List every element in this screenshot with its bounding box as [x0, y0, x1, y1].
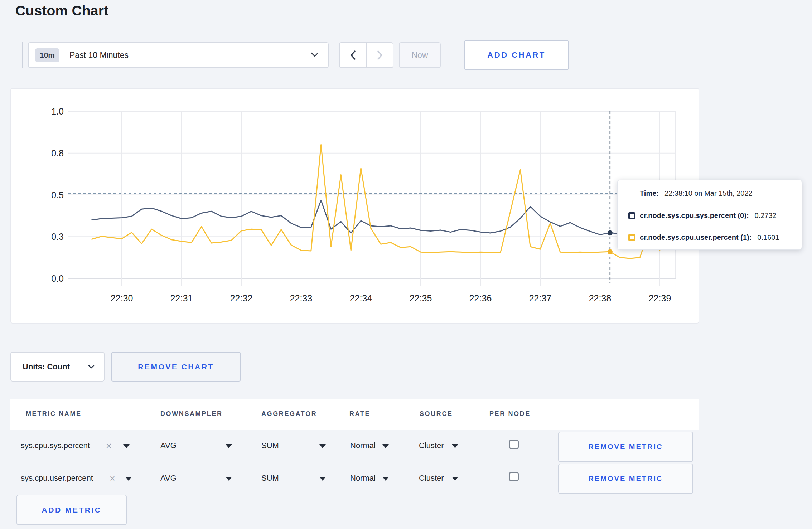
chevron-left-icon	[350, 50, 356, 60]
col-header-rate: RATE	[349, 410, 370, 418]
per-node-checkbox[interactable]	[509, 472, 519, 481]
downsampler-value[interactable]: AVG	[160, 474, 177, 483]
time-range-select[interactable]: 10m Past 10 Minutes	[28, 42, 329, 68]
now-button[interactable]: Now	[399, 42, 441, 68]
col-header-per-node: PER NODE	[489, 410, 531, 418]
chart-card[interactable]	[10, 88, 699, 324]
col-header-metric-name: METRIC NAME	[26, 410, 82, 418]
toolbar-divider	[22, 42, 23, 68]
units-select[interactable]: Units: Count	[10, 352, 105, 382]
sys-series-swatch-icon	[628, 212, 635, 219]
rate-value[interactable]: Normal	[350, 441, 376, 450]
metric-name-dropdown-icon[interactable]	[125, 477, 132, 481]
col-header-downsampler: DOWNSAMPLER	[160, 410, 223, 418]
remove-metric-x-icon[interactable]: ×	[106, 441, 112, 451]
aggregator-dropdown-icon[interactable]	[319, 477, 326, 481]
rate-dropdown-icon[interactable]	[382, 477, 389, 481]
col-header-aggregator: AGGREGATOR	[261, 410, 317, 418]
col-header-source: SOURCE	[420, 410, 453, 418]
tooltip-user-label: cr.node.sys.cpu.user.percent (1):	[640, 233, 751, 242]
source-value[interactable]: Cluster	[419, 474, 444, 483]
downsampler-dropdown-icon[interactable]	[226, 444, 232, 448]
time-range-badge: 10m	[35, 48, 59, 62]
time-range-label: Past 10 Minutes	[69, 50, 129, 60]
remove-metric-button[interactable]: REMOVE METRIC	[558, 464, 693, 494]
remove-metric-x-icon[interactable]: ×	[110, 474, 115, 484]
downsampler-value[interactable]: AVG	[160, 441, 177, 450]
tooltip-time-row: Time: 22:38:10 on Mar 15th, 2022	[640, 189, 791, 198]
remove-chart-button[interactable]: REMOVE CHART	[111, 352, 241, 382]
tooltip-series-user-row: cr.node.sys.cpu.user.percent (1): 0.1601	[628, 233, 791, 242]
prev-timeframe-button[interactable]	[339, 42, 366, 68]
chart-tooltip: Time: 22:38:10 on Mar 15th, 2022 cr.node…	[617, 180, 802, 250]
metric-name-value[interactable]: sys.cpu.sys.percent	[21, 441, 90, 450]
downsampler-dropdown-icon[interactable]	[226, 477, 232, 481]
chevron-down-icon	[88, 364, 95, 370]
rate-value[interactable]: Normal	[350, 474, 376, 483]
chevron-right-icon	[377, 50, 383, 60]
per-node-checkbox[interactable]	[509, 440, 519, 449]
user-series-swatch-icon	[628, 234, 635, 241]
tooltip-time-label: Time:	[640, 189, 659, 198]
tooltip-time-value: 22:38:10 on Mar 15th, 2022	[664, 189, 753, 198]
aggregator-dropdown-icon[interactable]	[319, 444, 326, 448]
time-pager	[339, 42, 393, 68]
source-value[interactable]: Cluster	[419, 441, 444, 450]
rate-dropdown-icon[interactable]	[382, 444, 389, 448]
aggregator-value[interactable]: SUM	[261, 441, 279, 450]
metrics-table-header: METRIC NAME DOWNSAMPLER AGGREGATOR RATE …	[10, 399, 699, 430]
chevron-down-icon	[311, 52, 319, 58]
add-chart-button[interactable]: ADD CHART	[464, 40, 569, 70]
remove-metric-button[interactable]: REMOVE METRIC	[558, 432, 693, 462]
units-label: Units: Count	[23, 362, 70, 372]
tooltip-sys-label: cr.node.sys.cpu.sys.percent (0):	[640, 212, 749, 220]
aggregator-value[interactable]: SUM	[261, 474, 279, 483]
tooltip-user-value: 0.1601	[757, 233, 779, 242]
custom-chart-page: Custom Chart 10m Past 10 Minutes Now ADD…	[0, 0, 812, 529]
page-title: Custom Chart	[15, 3, 108, 19]
metric-name-dropdown-icon[interactable]	[123, 444, 130, 448]
tooltip-sys-value: 0.2732	[755, 212, 777, 220]
source-dropdown-icon[interactable]	[452, 477, 458, 481]
tooltip-series-sys-row: cr.node.sys.cpu.sys.percent (0): 0.2732	[628, 212, 791, 220]
next-timeframe-button[interactable]	[366, 42, 393, 68]
source-dropdown-icon[interactable]	[452, 444, 458, 448]
metric-name-value[interactable]: sys.cpu.user.percent	[21, 474, 93, 483]
add-metric-button[interactable]: ADD METRIC	[16, 495, 127, 525]
